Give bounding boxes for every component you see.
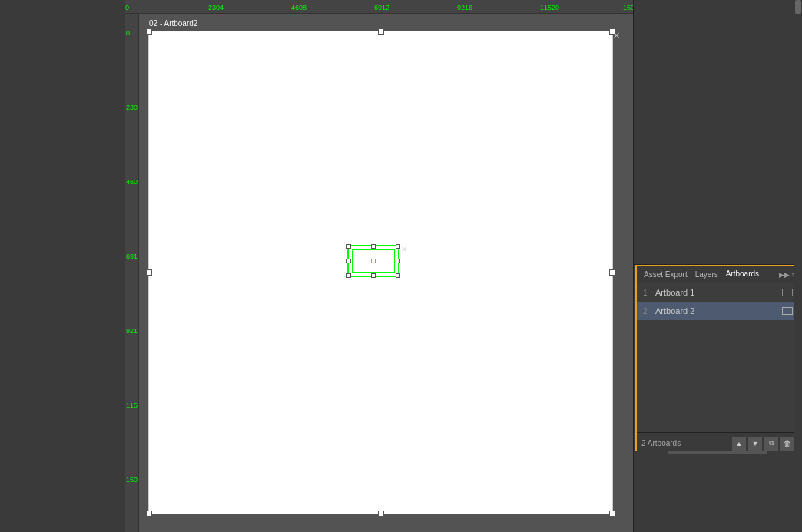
canvas-area: 02 - Artboard2 01 - Artboard 1 ✕	[139, 14, 633, 532]
ruler-left-mark-2304: 2304	[126, 104, 139, 111]
artboard-1-inner	[352, 249, 395, 273]
right-panel: Asset Export Layers Artboards ▶▶ ≡ 1 Art…	[633, 0, 802, 532]
ruler-mark-6912: 6912	[374, 4, 389, 12]
handle-bl[interactable]	[146, 511, 152, 517]
footer-copy-button[interactable]: ⧉	[764, 437, 778, 451]
ab1-handle-tr[interactable]	[396, 244, 400, 249]
artboard-row-1-icon	[782, 289, 793, 296]
artboards-list[interactable]: 1 Artboard 1 2 Artboard 2	[637, 283, 799, 432]
artboard-row-2-icon	[782, 307, 793, 315]
left-sidebar	[0, 0, 125, 532]
ab1-handle-bl[interactable]	[346, 273, 351, 278]
tab-asset-export[interactable]: Asset Export	[640, 269, 691, 280]
artboard-1[interactable]: 01 - Artboard 1 ✕	[347, 245, 399, 277]
artboard-row-2-num: 2	[643, 307, 655, 316]
handle-bc[interactable]	[378, 511, 384, 517]
panel-footer-label: 2 Artboards	[641, 439, 730, 448]
right-panel-top	[634, 0, 802, 265]
ruler-mark-15024: 15024	[623, 4, 633, 12]
handle-ml[interactable]	[146, 269, 152, 276]
handle-tl[interactable]	[146, 28, 152, 35]
tab-artboards[interactable]: Artboards	[722, 268, 763, 281]
artboard-2-close-icon[interactable]: ✕	[613, 31, 620, 41]
ruler-left-mark-0: 0	[126, 29, 130, 37]
artboard-1-center-handle[interactable]	[371, 259, 376, 263]
ruler-mark-4608: 4608	[291, 4, 307, 12]
ruler-left-mark-15024: 15024	[126, 476, 139, 484]
handle-mr[interactable]	[609, 269, 615, 276]
scrollbar-v[interactable]	[794, 0, 802, 532]
panel-tabs-header: Asset Export Layers Artboards ▶▶ ≡	[637, 266, 799, 283]
ab1-handle-tc[interactable]	[371, 244, 376, 249]
scrollbar-thumb-v[interactable]	[795, 0, 801, 14]
ab1-handle-br[interactable]	[396, 273, 400, 278]
artboard-row-2[interactable]: 2 Artboard 2	[637, 302, 799, 320]
panel-scrollbar-thumb[interactable]	[668, 451, 767, 454]
ruler-top: 0 2304 4608 6912 9216 11520 15024	[125, 0, 633, 14]
ab1-handle-tl[interactable]	[346, 244, 351, 249]
ruler-mark-9216: 9216	[457, 4, 472, 12]
artboard-row-2-name: Artboard 2	[655, 306, 782, 316]
handle-br[interactable]	[609, 511, 615, 517]
ab1-handle-mr[interactable]	[396, 259, 400, 263]
artboards-panel: Asset Export Layers Artboards ▶▶ ≡ 1 Art…	[635, 265, 800, 455]
ruler-mark-0: 0	[125, 4, 129, 12]
ruler-left-mark-9216: 9216	[126, 327, 139, 335]
handle-tc[interactable]	[378, 28, 384, 35]
ruler-left-mark-6912: 6912	[126, 253, 139, 260]
footer-delete-button[interactable]: 🗑	[780, 437, 794, 451]
panel-nav-icons: ▶▶ ≡	[779, 271, 796, 279]
footer-down-button[interactable]: ▼	[748, 437, 762, 451]
ruler-left-mark-11520: 11520	[126, 401, 139, 409]
artboard-1-label: 01 - Artboard 1	[349, 234, 399, 243]
tab-layers[interactable]: Layers	[691, 269, 722, 280]
artboard-2-label: 02 - Artboard2	[149, 19, 197, 28]
panel-forward-icon[interactable]: ▶▶	[779, 271, 790, 279]
ruler-left-mark-4608: 4608	[126, 178, 139, 186]
artboard-row-1-name: Artboard 1	[655, 288, 782, 297]
ruler-mark-11520: 11520	[540, 4, 559, 12]
footer-up-button[interactable]: ▲	[732, 437, 746, 451]
artboard-1-close-icon[interactable]: ✕	[401, 246, 407, 253]
ruler-left: 0 2304 4608 6912 9216 11520 15024	[125, 14, 139, 532]
ruler-mark-2304: 2304	[208, 4, 224, 12]
artboard-2[interactable]: 02 - Artboard2 01 - Artboard 1 ✕	[148, 31, 613, 514]
artboard-row-1[interactable]: 1 Artboard 1	[637, 283, 799, 302]
panel-scrollbar-hint	[635, 451, 800, 455]
artboard-row-1-num: 1	[643, 289, 655, 297]
ab1-handle-ml[interactable]	[346, 259, 351, 263]
ab1-handle-bc[interactable]	[371, 273, 376, 278]
